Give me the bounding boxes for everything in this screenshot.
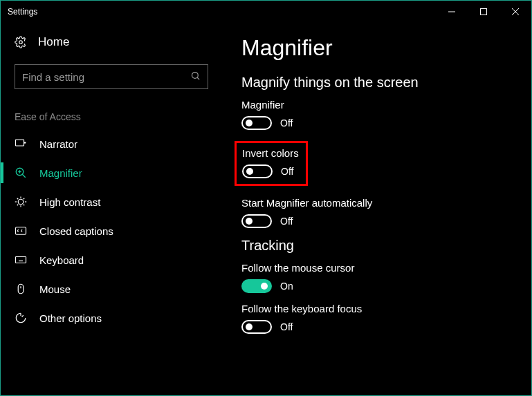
sidebar-item-label: Keyboard xyxy=(39,254,84,266)
sidebar-item-other-options[interactable]: Other options xyxy=(1,303,222,332)
home-link[interactable]: Home xyxy=(1,31,222,59)
sidebar: Home Ease of Access Narrator Magnifier xyxy=(1,23,222,395)
svg-line-17 xyxy=(17,198,19,200)
setting-follow-mouse: Follow the mouse cursor On xyxy=(241,262,517,293)
setting-autostart: Start Magnifier automatically Off xyxy=(241,197,517,228)
svg-rect-22 xyxy=(16,257,26,263)
titlebar: Settings xyxy=(1,1,531,23)
close-button[interactable] xyxy=(499,1,531,23)
contrast-icon xyxy=(15,196,27,208)
svg-rect-1 xyxy=(481,9,487,15)
setting-label: Magnifier xyxy=(241,99,517,111)
setting-magnifier: Magnifier Off xyxy=(241,99,517,130)
settings-page: Magnifier Magnify things on the screen M… xyxy=(222,23,531,395)
setting-label: Start Magnifier automatically xyxy=(241,197,517,209)
toggle-autostart[interactable] xyxy=(241,214,272,228)
mouse-icon xyxy=(15,283,27,295)
svg-point-5 xyxy=(192,73,199,79)
svg-rect-21 xyxy=(16,227,26,235)
sidebar-item-label: Mouse xyxy=(39,283,71,295)
gear-icon xyxy=(15,36,27,48)
toggle-state: On xyxy=(280,281,293,292)
sidebar-item-mouse[interactable]: Mouse xyxy=(1,274,222,303)
svg-line-9 xyxy=(22,174,26,178)
sidebar-item-closed-captions[interactable]: Closed captions xyxy=(1,216,222,245)
maximize-button[interactable] xyxy=(468,1,499,23)
svg-line-18 xyxy=(24,205,25,206)
svg-line-20 xyxy=(17,205,19,206)
setting-label: Follow the keyboard focus xyxy=(241,303,517,314)
search-icon xyxy=(190,70,201,83)
toggle-state: Off xyxy=(280,321,293,332)
captions-icon xyxy=(15,225,27,237)
sidebar-item-label: Closed captions xyxy=(39,225,113,237)
toggle-magnifier[interactable] xyxy=(241,116,272,130)
toggle-follow-mouse[interactable] xyxy=(241,279,272,293)
sidebar-item-label: High contrast xyxy=(39,196,100,208)
toggle-state: Off xyxy=(281,166,293,177)
sidebar-item-high-contrast[interactable]: High contrast xyxy=(1,187,222,216)
toggle-state: Off xyxy=(280,117,293,129)
page-title: Magnifier xyxy=(241,35,517,61)
sidebar-item-magnifier[interactable]: Magnifier xyxy=(1,158,222,187)
minimize-button[interactable] xyxy=(436,1,468,23)
svg-line-19 xyxy=(24,198,25,200)
svg-line-6 xyxy=(197,77,199,79)
options-icon xyxy=(15,312,27,324)
section-heading-tracking: Tracking xyxy=(241,238,517,254)
setting-label: Invert colors xyxy=(242,147,299,159)
setting-follow-keyboard: Follow the keyboard focus Off xyxy=(241,303,517,334)
toggle-invert-colors[interactable] xyxy=(242,164,273,178)
keyboard-icon xyxy=(15,254,27,266)
sidebar-item-label: Other options xyxy=(39,312,102,324)
sidebar-item-narrator[interactable]: Narrator xyxy=(1,129,222,158)
search-input[interactable] xyxy=(22,71,190,83)
svg-point-12 xyxy=(18,199,24,205)
svg-rect-7 xyxy=(16,140,24,146)
svg-point-4 xyxy=(19,41,23,44)
search-box[interactable] xyxy=(15,64,208,89)
setting-invert-colors: Invert colors Off xyxy=(242,147,299,178)
content: Home Ease of Access Narrator Magnifier xyxy=(1,23,531,395)
svg-rect-28 xyxy=(18,284,24,294)
section-heading-magnify: Magnify things on the screen xyxy=(241,75,517,91)
home-label: Home xyxy=(38,35,69,49)
sidebar-item-keyboard[interactable]: Keyboard xyxy=(1,245,222,274)
sidebar-section-label: Ease of Access xyxy=(1,103,222,129)
toggle-follow-keyboard[interactable] xyxy=(241,320,272,334)
toggle-state: Off xyxy=(280,216,293,227)
sidebar-item-label: Narrator xyxy=(39,138,77,150)
magnifier-icon xyxy=(15,167,27,179)
window-controls xyxy=(436,1,531,23)
sidebar-item-label: Magnifier xyxy=(39,167,82,179)
setting-label: Follow the mouse cursor xyxy=(241,262,517,274)
highlight-invert-colors: Invert colors Off xyxy=(235,141,308,186)
narrator-icon xyxy=(15,138,27,150)
window-title: Settings xyxy=(8,7,436,17)
